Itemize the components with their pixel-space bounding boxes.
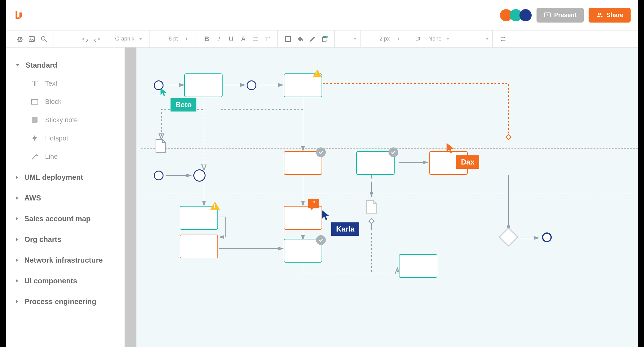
border-button[interactable] [282,33,294,45]
chevron-right-icon [16,217,18,221]
lane-divider [141,194,638,194]
undo-button[interactable] [79,33,91,45]
logo[interactable] [13,10,24,21]
copy-style-button[interactable] [318,33,331,45]
collaborator-avatars[interactable] [502,9,532,21]
pencil-button[interactable] [306,33,318,45]
italic-button[interactable]: I [213,33,225,45]
avatar-3[interactable] [519,9,532,21]
svg-rect-14 [322,37,326,42]
chevron-down-icon[interactable] [486,38,489,40]
undo-icon [81,35,89,43]
share-button[interactable]: Share [589,8,631,23]
underline-button[interactable]: U [225,33,237,45]
play-icon [544,12,551,19]
warning-icon [312,69,322,77]
fill-button[interactable] [294,33,306,45]
block-icon [30,97,39,106]
chevron-right-icon [16,175,18,179]
bpmn-task[interactable] [284,206,322,230]
sb-item-text[interactable]: T Text [30,76,115,91]
collaborator-cursor-beto: Beto [159,87,196,112]
bpmn-gateway[interactable] [499,228,518,246]
image-icon [28,35,35,43]
align-button[interactable] [249,33,262,45]
arrow-style-button[interactable] [461,33,486,45]
cursor-label: Beto [171,98,196,112]
chevron-down-icon [139,38,142,40]
document-shape[interactable] [155,139,166,153]
stroke-increase[interactable]: + [392,33,404,45]
people-icon [596,12,603,19]
settings-button[interactable] [13,33,26,45]
cursor-label: Karla [331,222,359,236]
chevron-right-icon [16,258,18,262]
toolbar: Graphik − 8 pt + B I U A T − 2 px + [6,30,638,48]
redo-button[interactable] [91,33,103,45]
swap-icon [499,35,507,43]
svg-rect-17 [32,99,38,104]
sb-header-sales[interactable]: Sales account map [16,211,115,227]
sb-item-block[interactable]: Block [30,94,115,110]
search-button[interactable] [38,33,50,45]
sb-header-standard[interactable]: Standard [16,57,115,73]
chevron-right-icon [16,238,18,241]
chevron-right-icon [16,279,18,283]
line-icon [30,152,39,161]
sb-header-process[interactable]: Process engineering [16,294,115,310]
text-style-icon: T [264,35,271,43]
collaborator-cursor-karla: Karla [320,209,359,236]
arrow-icon [470,35,477,43]
text-style-button[interactable]: T [262,33,274,45]
chevron-right-icon [16,196,18,200]
comment-icon[interactable]: ” [308,199,319,208]
bpmn-task[interactable] [399,254,437,278]
sb-item-line[interactable]: Line [30,149,115,165]
sb-header-network[interactable]: Network infrastructure [16,252,115,268]
document-shape[interactable] [366,200,377,214]
hotspot-icon [30,134,39,143]
present-button[interactable]: Present [537,8,584,23]
shapes-sidebar: Standard T Text Block Sticky note [6,48,125,347]
chevron-down-icon[interactable] [354,38,357,40]
sb-item-sticky[interactable]: Sticky note [30,112,115,128]
bold-button[interactable]: B [201,33,213,45]
sb-item-hotspot[interactable]: Hotspot [30,130,115,146]
text-color-button[interactable]: A [237,33,249,45]
line-hop-button[interactable] [413,33,425,45]
line-style-select[interactable]: None [425,34,453,44]
bpmn-task[interactable] [180,235,218,258]
stroke-decrease[interactable]: − [365,33,377,45]
main-area: Standard T Text Block Sticky note [6,48,638,347]
diagram-canvas[interactable]: ” Beto Karla Dax [125,48,638,347]
search-icon [40,35,48,43]
font-family-select[interactable]: Graphik [111,34,146,44]
sb-header-org[interactable]: Org charts [16,232,115,247]
redo-icon [93,35,101,43]
share-label: Share [606,12,623,19]
font-size-increase[interactable]: + [180,33,192,45]
bpmn-start-event[interactable] [154,171,164,180]
cursor-icon [320,209,332,221]
collaborator-cursor-dax: Dax [445,142,479,169]
font-size-decrease[interactable]: − [154,33,166,45]
status-check-icon [389,147,398,157]
bpmn-intermediate-event[interactable] [247,80,256,90]
sb-header-uml[interactable]: UML deployment [16,169,115,185]
fill-icon [297,35,304,43]
border-icon [284,35,292,43]
text-icon: T [30,79,39,88]
cursor-icon [445,142,457,154]
bpmn-intermediate-event[interactable] [193,169,206,182]
svg-point-4 [30,37,31,38]
bpmn-end-event[interactable] [542,232,552,242]
sb-header-aws[interactable]: AWS [16,190,115,206]
svg-point-2 [600,13,602,15]
present-label: Present [554,12,576,19]
app-header: Present Share [6,0,638,30]
swap-direction-button[interactable] [497,33,509,45]
image-button[interactable] [26,33,38,45]
warning-icon [210,202,220,210]
status-check-icon [316,147,326,157]
sb-header-ui[interactable]: UI components [16,273,115,289]
